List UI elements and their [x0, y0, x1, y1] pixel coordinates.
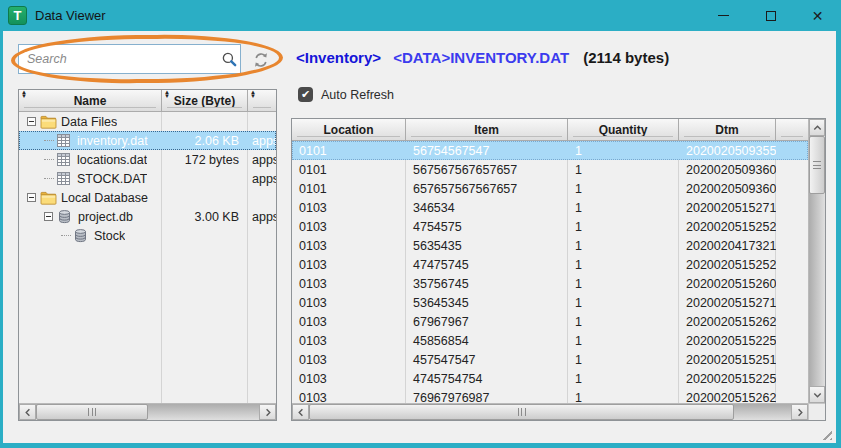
grid-cell: 20200204173212	[679, 239, 776, 253]
tree-item-label: project.db	[78, 210, 133, 224]
grid-cell: 20200205152523	[679, 220, 776, 234]
grid-cell: 0103	[292, 353, 406, 367]
grid-row[interactable]: 010345856854120200205152250	[292, 331, 808, 350]
collapse-icon[interactable]	[27, 193, 36, 202]
tree-item-local-database[interactable]: Local Database	[19, 188, 276, 207]
tree-item-label: STOCK.DAT	[77, 172, 147, 186]
grid-cell: 1	[568, 334, 679, 348]
search-input[interactable]	[19, 52, 218, 66]
refresh-button[interactable]	[249, 48, 273, 72]
grid-column-item[interactable]: Item	[406, 119, 568, 141]
scroll-down-icon[interactable]	[809, 386, 825, 403]
scrollbar-track[interactable]	[809, 194, 825, 386]
tree-column-size[interactable]: ▲▼ Size (Byte)	[162, 90, 248, 112]
maximize-button[interactable]	[747, 0, 794, 31]
scrollbar-track[interactable]	[148, 404, 259, 420]
scrollbar-thumb[interactable]	[36, 404, 148, 420]
grid-cell: 0103	[292, 220, 406, 234]
tree-column-name[interactable]: ▲▼ Name	[19, 90, 162, 112]
minimize-icon	[718, 15, 729, 16]
file-name-link[interactable]: <DATA>INVENTORY.DAT	[393, 49, 569, 66]
grid-cell: 1	[568, 277, 679, 291]
scrollbar-track[interactable]	[734, 404, 791, 420]
collapse-icon[interactable]	[27, 117, 36, 126]
scroll-left-icon[interactable]	[292, 404, 309, 420]
grid-row[interactable]: 010156754567547120200205093551	[292, 141, 808, 160]
grid-vertical-scrollbar[interactable]	[808, 119, 825, 403]
scrollbar-thumb[interactable]	[809, 136, 825, 194]
scroll-left-icon[interactable]	[19, 404, 36, 420]
grid-row[interactable]: 0101657657567567657120200205093602	[292, 179, 808, 198]
table-name-link[interactable]: <Inventory>	[296, 49, 381, 66]
window-controls: ✕	[700, 0, 841, 31]
tree-column-path[interactable]: ▲▼	[248, 90, 276, 112]
grid-cell: 1	[568, 372, 679, 386]
grid-cell: 5635435	[406, 239, 568, 253]
auto-refresh-toggle[interactable]: ✔ Auto Refresh	[298, 87, 394, 102]
grid-horizontal-scrollbar[interactable]	[292, 403, 808, 420]
grid-row[interactable]: 0103346534120200205152719	[292, 198, 808, 217]
grid-cell: 4745754754	[406, 372, 568, 386]
grid-cell: 4754575	[406, 220, 568, 234]
grid-cell: 56754567547	[406, 144, 568, 158]
grid-cell: 45856854	[406, 334, 568, 348]
grid-row[interactable]: 01035635435120200204173212	[292, 236, 808, 255]
tree-horizontal-scrollbar[interactable]	[19, 403, 276, 420]
grid-cell: 47475745	[406, 258, 568, 272]
grid-row[interactable]: 0101567567567657657120200205093604	[292, 160, 808, 179]
grid-cell: 0103	[292, 315, 406, 329]
tree-item-stock[interactable]: Stock	[19, 226, 276, 245]
tree-item-inventory-dat[interactable]: inventory.dat2.06 KBapps\	[19, 131, 276, 150]
tree-item-label: Stock	[94, 229, 125, 243]
grid-row[interactable]: 01034754575120200205152523	[292, 217, 808, 236]
tree-item-name-cell: STOCK.DAT	[19, 169, 162, 188]
grid-cell: 1	[568, 239, 679, 253]
tree-item-stock-dat[interactable]: STOCK.DATapps\	[19, 169, 276, 188]
tree-item-path: apps\	[248, 134, 276, 148]
grid-column-quantity[interactable]: Quantity	[568, 119, 679, 141]
tree-item-project-db[interactable]: project.db3.00 KBapps\	[19, 207, 276, 226]
grid-header: LocationItemQuantityDtm	[292, 119, 808, 141]
grid-column-location[interactable]: Location	[292, 119, 406, 141]
tree-item-name-cell: project.db	[19, 207, 162, 226]
titlebar: T Data Viewer ✕	[0, 0, 841, 31]
grid-cell: 20200205152522	[679, 258, 776, 272]
grid-cell: 53645345	[406, 296, 568, 310]
file-tree-panel: ▲▼ Name ▲▼ Size (Byte) ▲▼ Data Filesinve…	[18, 89, 277, 421]
scroll-right-icon[interactable]	[259, 404, 276, 420]
scrollbar-thumb[interactable]	[309, 404, 734, 420]
tree-item-label: inventory.dat	[77, 134, 148, 148]
grid-row[interactable]: 010353645345120200205152718	[292, 293, 808, 312]
grid-column-dtm[interactable]: Dtm	[679, 119, 776, 141]
grid-row[interactable]: 010335756745120200205152603	[292, 274, 808, 293]
grid-cell: 20200205152628	[679, 315, 776, 329]
close-button[interactable]: ✕	[794, 0, 841, 31]
grid-cell: 567567567657657	[406, 163, 568, 177]
grid-cell: 0103	[292, 258, 406, 272]
maximize-icon	[766, 11, 776, 21]
grid-cell: 0101	[292, 163, 406, 177]
grid-cell: 0103	[292, 334, 406, 348]
scroll-right-icon[interactable]	[791, 404, 808, 420]
tree-item-size: 172 bytes	[162, 153, 248, 167]
grid-cell: 20200205093551	[679, 144, 776, 158]
grid-row[interactable]: 010367967967120200205152628	[292, 312, 808, 331]
checkbox-checked-icon[interactable]: ✔	[298, 87, 313, 102]
search-icon[interactable]	[218, 51, 240, 68]
sort-icon: ▲▼	[21, 90, 27, 98]
grid-cell: 0103	[292, 296, 406, 310]
grid-row[interactable]: 01034745754754120200205152252	[292, 369, 808, 388]
scroll-up-icon[interactable]	[809, 119, 825, 136]
grid-row[interactable]: 0103457547547120200205152513	[292, 350, 808, 369]
tree-item-name-cell: Local Database	[19, 188, 162, 207]
grid-cell: 0101	[292, 144, 406, 158]
collapse-icon[interactable]	[44, 212, 53, 221]
grid-cell: 20200205152603	[679, 277, 776, 291]
grid-row[interactable]: 010347475745120200205152522	[292, 255, 808, 274]
tree-item-data-files[interactable]: Data Files	[19, 112, 276, 131]
grid-cell: 1	[568, 315, 679, 329]
minimize-button[interactable]	[700, 0, 747, 31]
tree-item-locations-dat[interactable]: locations.dat172 bytesapps\	[19, 150, 276, 169]
grid-cell: 1	[568, 144, 679, 158]
grid-cell: 20200205152250	[679, 334, 776, 348]
